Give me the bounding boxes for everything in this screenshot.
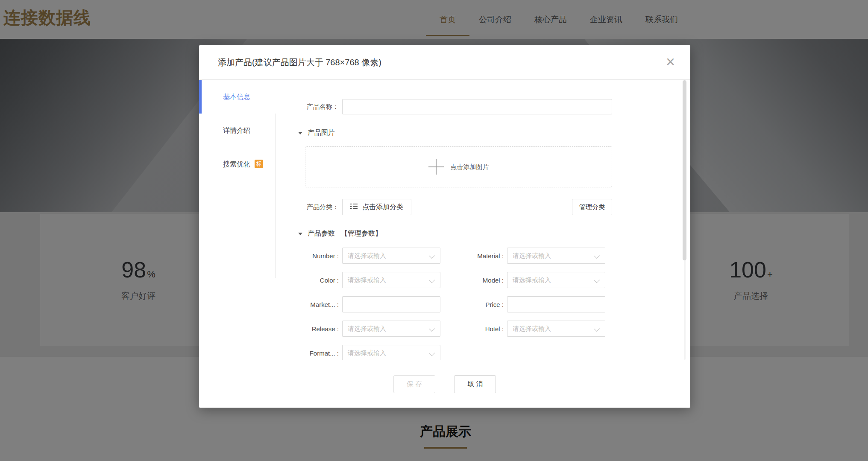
add-product-modal: 添加产品(建议产品图片大于 768×768 像素) × 基本信息详情介绍搜索优化… [199,45,690,408]
tab-搜索优化[interactable]: 搜索优化标 [199,147,276,181]
tab-label: 详情介绍 [223,127,250,134]
param-select-6[interactable]: 请选择或输入 [342,321,440,337]
plus-icon [428,159,444,175]
param-select-0[interactable]: 请选择或输入 [342,248,440,264]
add-category-label: 点击添加分类 [362,203,403,212]
param-label-7: Hotel : [444,325,504,333]
product-image-section-title: 产品图片 [308,128,335,137]
product-params-section-header[interactable]: 产品参数 【管理参数】 [286,229,612,238]
chevron-down-icon [429,253,435,259]
product-name-label: 产品名称： [286,103,339,111]
modal-header: 添加产品(建议产品图片大于 768×768 像素) × [199,45,690,80]
param-input-4[interactable] [342,296,440,312]
param-label-6: Release : [286,325,339,333]
chevron-down-icon [594,253,600,259]
param-select-1[interactable]: 请选择或输入 [507,248,605,264]
select-placeholder: 请选择或输入 [348,325,386,333]
param-label-1: Material : [444,252,504,260]
tab-基本信息[interactable]: 基本信息 [199,80,276,114]
chevron-down-icon [429,277,435,283]
select-placeholder: 请选择或输入 [513,276,551,284]
chevron-down-icon [594,326,600,332]
close-icon[interactable]: × [666,54,675,70]
collapse-caret-icon [298,233,302,235]
param-select-7[interactable]: 请选择或输入 [507,321,605,337]
tab-label: 搜索优化 [223,160,250,168]
param-label-0: Number : [286,252,339,260]
tab-label: 基本信息 [223,93,250,100]
select-placeholder: 请选择或输入 [348,276,386,284]
modal-scrollbar-thumb[interactable] [683,80,686,260]
modal-title: 添加产品(建议产品图片大于 768×768 像素) [218,45,381,79]
add-category-button[interactable]: 点击添加分类 [342,199,411,215]
param-label-2: Color : [286,277,339,284]
manage-params-link[interactable]: 【管理参数】 [341,229,382,238]
modal-body: 基本信息详情介绍搜索优化标 产品名称： 产品图片 点击添加图片 产品分类： [199,80,690,360]
param-label-3: Model : [444,277,504,284]
add-image-upload-area[interactable]: 点击添加图片 [305,146,612,187]
page: 连接数据线 首页公司介绍核心产品企业资讯联系我们 98%客户好评100+产品选择… [0,0,868,461]
cancel-button[interactable]: 取 消 [454,375,496,393]
param-label-5: Price : [444,301,504,308]
save-button: 保 存 [393,375,435,393]
param-label-4: Market... : [286,301,339,308]
modal-side-menu: 基本信息详情介绍搜索优化标 [199,80,276,360]
param-select-8[interactable]: 请选择或输入 [342,345,440,360]
params-grid: Number :请选择或输入Material :请选择或输入Color :请选择… [286,248,612,360]
modal-footer: 保 存 取 消 [199,360,690,408]
select-placeholder: 请选择或输入 [513,325,551,333]
select-placeholder: 请选择或输入 [348,252,386,260]
tab-详情介绍[interactable]: 详情介绍 [199,114,276,147]
product-category-label: 产品分类： [286,203,339,211]
param-select-2[interactable]: 请选择或输入 [342,272,440,288]
upload-hint: 点击添加图片 [451,163,489,171]
chevron-down-icon [429,350,435,356]
param-input-5[interactable] [507,296,605,312]
param-label-8: Format... : [286,350,339,357]
chevron-down-icon [429,326,435,332]
product-name-input[interactable] [342,99,612,114]
manage-category-button[interactable]: 管理分类 [572,199,612,215]
product-params-section-title: 产品参数 [308,229,335,238]
select-placeholder: 请选择或输入 [348,349,386,357]
list-icon [350,203,358,211]
select-placeholder: 请选择或输入 [513,252,551,260]
product-image-section-header[interactable]: 产品图片 [286,128,612,137]
collapse-caret-icon [298,132,302,134]
tab-badge: 标 [255,160,263,168]
param-select-3[interactable]: 请选择或输入 [507,272,605,288]
chevron-down-icon [594,277,600,283]
modal-form: 产品名称： 产品图片 点击添加图片 产品分类： [276,80,690,360]
